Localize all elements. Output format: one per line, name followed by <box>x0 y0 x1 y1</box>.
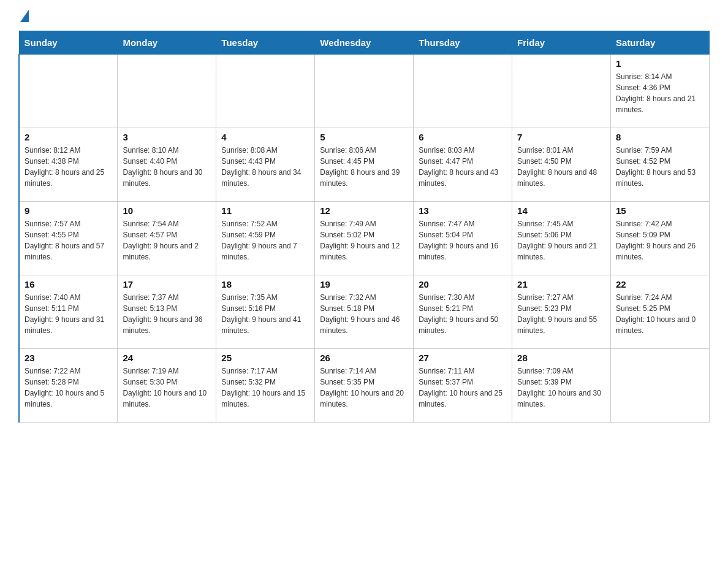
day-number: 2 <box>25 132 112 142</box>
calendar-cell: 11Sunrise: 7:52 AM Sunset: 4:59 PM Dayli… <box>216 202 315 275</box>
day-info: Sunrise: 7:30 AM Sunset: 5:21 PM Dayligh… <box>419 292 507 336</box>
day-number: 25 <box>221 353 309 363</box>
day-number: 24 <box>123 353 211 363</box>
calendar-cell: 14Sunrise: 7:45 AM Sunset: 5:06 PM Dayli… <box>512 202 611 275</box>
day-info: Sunrise: 7:57 AM Sunset: 4:55 PM Dayligh… <box>25 218 112 262</box>
calendar-cell: 21Sunrise: 7:27 AM Sunset: 5:23 PM Dayli… <box>512 275 611 349</box>
calendar-week-4: 16Sunrise: 7:40 AM Sunset: 5:11 PM Dayli… <box>19 275 710 349</box>
calendar-cell: 12Sunrise: 7:49 AM Sunset: 5:02 PM Dayli… <box>315 202 414 275</box>
page-header <box>18 12 710 21</box>
day-info: Sunrise: 7:40 AM Sunset: 5:11 PM Dayligh… <box>25 292 112 336</box>
header-day-monday: Monday <box>118 31 216 55</box>
calendar-cell <box>216 55 315 128</box>
calendar-cell: 2Sunrise: 8:12 AM Sunset: 4:38 PM Daylig… <box>19 128 118 202</box>
calendar-cell: 26Sunrise: 7:14 AM Sunset: 5:35 PM Dayli… <box>315 349 414 423</box>
calendar-cell: 27Sunrise: 7:11 AM Sunset: 5:37 PM Dayli… <box>414 349 512 423</box>
logo <box>18 12 29 21</box>
day-info: Sunrise: 7:19 AM Sunset: 5:30 PM Dayligh… <box>123 366 211 410</box>
day-info: Sunrise: 7:45 AM Sunset: 5:06 PM Dayligh… <box>517 218 605 262</box>
calendar-week-2: 2Sunrise: 8:12 AM Sunset: 4:38 PM Daylig… <box>19 128 710 202</box>
calendar-cell: 3Sunrise: 8:10 AM Sunset: 4:40 PM Daylig… <box>118 128 216 202</box>
calendar-cell: 22Sunrise: 7:24 AM Sunset: 5:25 PM Dayli… <box>611 275 710 349</box>
calendar-cell <box>118 55 216 128</box>
day-info: Sunrise: 7:32 AM Sunset: 5:18 PM Dayligh… <box>320 292 408 336</box>
day-number: 15 <box>616 205 704 216</box>
day-info: Sunrise: 7:54 AM Sunset: 4:57 PM Dayligh… <box>123 218 211 262</box>
header-day-sunday: Sunday <box>19 31 118 55</box>
calendar-table: SundayMondayTuesdayWednesdayThursdayFrid… <box>18 31 710 423</box>
calendar-cell: 4Sunrise: 8:08 AM Sunset: 4:43 PM Daylig… <box>216 128 315 202</box>
day-number: 4 <box>221 132 309 142</box>
day-number: 20 <box>419 279 507 289</box>
calendar-cell: 10Sunrise: 7:54 AM Sunset: 4:57 PM Dayli… <box>118 202 216 275</box>
day-number: 7 <box>517 132 605 142</box>
calendar-cell: 16Sunrise: 7:40 AM Sunset: 5:11 PM Dayli… <box>19 275 118 349</box>
calendar-cell: 28Sunrise: 7:09 AM Sunset: 5:39 PM Dayli… <box>512 349 611 423</box>
calendar-cell: 8Sunrise: 7:59 AM Sunset: 4:52 PM Daylig… <box>611 128 710 202</box>
day-info: Sunrise: 7:22 AM Sunset: 5:28 PM Dayligh… <box>25 366 112 410</box>
day-info: Sunrise: 7:14 AM Sunset: 5:35 PM Dayligh… <box>320 366 408 410</box>
day-info: Sunrise: 8:01 AM Sunset: 4:50 PM Dayligh… <box>517 145 605 189</box>
day-number: 5 <box>320 132 408 142</box>
calendar-header-row: SundayMondayTuesdayWednesdayThursdayFrid… <box>19 31 710 55</box>
header-day-wednesday: Wednesday <box>315 31 414 55</box>
day-number: 19 <box>320 279 408 289</box>
calendar-cell: 19Sunrise: 7:32 AM Sunset: 5:18 PM Dayli… <box>315 275 414 349</box>
day-number: 21 <box>517 279 605 289</box>
day-number: 6 <box>419 132 507 142</box>
calendar-cell: 17Sunrise: 7:37 AM Sunset: 5:13 PM Dayli… <box>118 275 216 349</box>
day-info: Sunrise: 8:12 AM Sunset: 4:38 PM Dayligh… <box>25 145 112 189</box>
day-number: 9 <box>25 205 112 216</box>
day-number: 11 <box>221 205 309 216</box>
header-day-friday: Friday <box>512 31 611 55</box>
logo-triangle-icon <box>20 10 29 22</box>
day-info: Sunrise: 7:35 AM Sunset: 5:16 PM Dayligh… <box>221 292 309 336</box>
day-info: Sunrise: 7:09 AM Sunset: 5:39 PM Dayligh… <box>517 366 605 410</box>
day-number: 27 <box>419 353 507 363</box>
calendar-cell: 24Sunrise: 7:19 AM Sunset: 5:30 PM Dayli… <box>118 349 216 423</box>
day-number: 14 <box>517 205 605 216</box>
day-number: 23 <box>25 353 112 363</box>
day-number: 3 <box>123 132 211 142</box>
day-number: 26 <box>320 353 408 363</box>
day-info: Sunrise: 7:27 AM Sunset: 5:23 PM Dayligh… <box>517 292 605 336</box>
day-info: Sunrise: 7:37 AM Sunset: 5:13 PM Dayligh… <box>123 292 211 336</box>
header-day-tuesday: Tuesday <box>216 31 315 55</box>
day-info: Sunrise: 7:47 AM Sunset: 5:04 PM Dayligh… <box>419 218 507 262</box>
day-info: Sunrise: 7:52 AM Sunset: 4:59 PM Dayligh… <box>221 218 309 262</box>
day-number: 22 <box>616 279 704 289</box>
calendar-cell: 23Sunrise: 7:22 AM Sunset: 5:28 PM Dayli… <box>19 349 118 423</box>
day-info: Sunrise: 7:42 AM Sunset: 5:09 PM Dayligh… <box>616 218 704 262</box>
calendar-cell: 15Sunrise: 7:42 AM Sunset: 5:09 PM Dayli… <box>611 202 710 275</box>
day-info: Sunrise: 8:10 AM Sunset: 4:40 PM Dayligh… <box>123 145 211 189</box>
day-info: Sunrise: 8:06 AM Sunset: 4:45 PM Dayligh… <box>320 145 408 189</box>
day-number: 13 <box>419 205 507 216</box>
calendar-cell: 20Sunrise: 7:30 AM Sunset: 5:21 PM Dayli… <box>414 275 512 349</box>
calendar-cell <box>414 55 512 128</box>
calendar-cell: 7Sunrise: 8:01 AM Sunset: 4:50 PM Daylig… <box>512 128 611 202</box>
calendar-cell <box>315 55 414 128</box>
calendar-cell <box>611 349 710 423</box>
day-number: 28 <box>517 353 605 363</box>
calendar-week-5: 23Sunrise: 7:22 AM Sunset: 5:28 PM Dayli… <box>19 349 710 423</box>
day-info: Sunrise: 7:59 AM Sunset: 4:52 PM Dayligh… <box>616 145 704 189</box>
calendar-cell <box>512 55 611 128</box>
day-info: Sunrise: 8:08 AM Sunset: 4:43 PM Dayligh… <box>221 145 309 189</box>
header-day-saturday: Saturday <box>611 31 710 55</box>
day-info: Sunrise: 7:11 AM Sunset: 5:37 PM Dayligh… <box>419 366 507 410</box>
calendar-cell: 5Sunrise: 8:06 AM Sunset: 4:45 PM Daylig… <box>315 128 414 202</box>
day-number: 12 <box>320 205 408 216</box>
calendar-cell: 6Sunrise: 8:03 AM Sunset: 4:47 PM Daylig… <box>414 128 512 202</box>
day-number: 1 <box>616 58 704 69</box>
calendar-cell: 13Sunrise: 7:47 AM Sunset: 5:04 PM Dayli… <box>414 202 512 275</box>
day-number: 10 <box>123 205 211 216</box>
day-info: Sunrise: 8:03 AM Sunset: 4:47 PM Dayligh… <box>419 145 507 189</box>
calendar-week-1: 1Sunrise: 8:14 AM Sunset: 4:36 PM Daylig… <box>19 55 710 128</box>
day-info: Sunrise: 7:17 AM Sunset: 5:32 PM Dayligh… <box>221 366 309 410</box>
day-info: Sunrise: 7:49 AM Sunset: 5:02 PM Dayligh… <box>320 218 408 262</box>
calendar-week-3: 9Sunrise: 7:57 AM Sunset: 4:55 PM Daylig… <box>19 202 710 275</box>
day-number: 17 <box>123 279 211 289</box>
day-number: 18 <box>221 279 309 289</box>
calendar-cell: 1Sunrise: 8:14 AM Sunset: 4:36 PM Daylig… <box>611 55 710 128</box>
calendar-cell: 25Sunrise: 7:17 AM Sunset: 5:32 PM Dayli… <box>216 349 315 423</box>
